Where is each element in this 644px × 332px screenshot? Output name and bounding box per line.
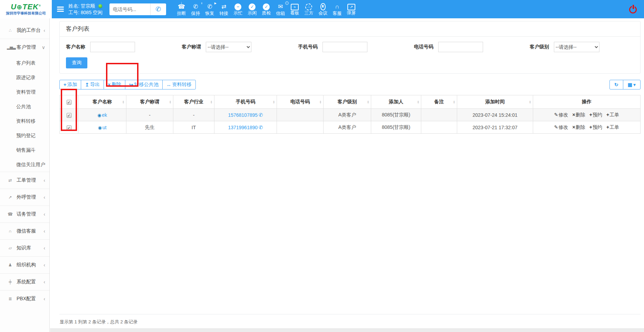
sort-icon[interactable]: ▴▾: [453, 100, 455, 104]
hangup-button[interactable]: ☎↓ 挂断: [174, 3, 189, 16]
customer-name-link[interactable]: ◉ut: [98, 125, 106, 130]
customer-name-label: 客户名称: [66, 44, 85, 50]
edit-icon: ✎: [554, 124, 558, 130]
phone-input[interactable]: [438, 42, 483, 52]
topbar: U⊕TEK® 深圳市宇泰科技有限公司 姓名: 甘宗顺 工号: 8085 空闲 ✆…: [0, 0, 644, 18]
select-all-header[interactable]: ✓: [60, 95, 78, 109]
sort-icon[interactable]: ▴▾: [123, 100, 124, 104]
row-edit-link[interactable]: ✎修改: [554, 112, 568, 117]
refresh-icon: ↻: [614, 82, 618, 87]
qc-button[interactable]: ✓ 质检: [259, 3, 273, 16]
refresh-button[interactable]: ↻: [609, 80, 623, 89]
screen-pop-button[interactable]: ↗ 弹屏: [344, 3, 358, 16]
folder-icon: ▱: [7, 246, 13, 250]
customer-name-input[interactable]: [90, 42, 135, 52]
sidebar-item-reservation[interactable]: 预约登记: [0, 128, 49, 143]
sidebar-item-data-mgmt[interactable]: 资料管理: [0, 85, 49, 99]
row-reserve-link[interactable]: +预约: [589, 112, 602, 117]
row-ticket-link[interactable]: +工单: [606, 112, 619, 117]
col-customer-name[interactable]: 客户名称▴▾: [78, 95, 126, 109]
col-remark[interactable]: 备注▴▾: [421, 95, 457, 109]
add-button[interactable]: +添加: [59, 80, 81, 89]
col-created-time[interactable]: 添加时间▴▾: [457, 95, 533, 109]
col-creator[interactable]: 添加人▴▾: [371, 95, 421, 109]
hold-button[interactable]: ✆‖ 保持: [189, 3, 203, 16]
sidebar-item-workbench[interactable]: ∴ 我的工作台 ‹: [0, 22, 49, 39]
customer-level-select[interactable]: --请选择--: [554, 42, 599, 52]
mobile-call-link[interactable]: 13719961890✆: [228, 125, 263, 130]
sidebar-item-system-config[interactable]: ╪ 系统配置 ‹: [0, 273, 49, 290]
col-salutation[interactable]: 客户称谓▴▾: [126, 95, 173, 109]
call-button[interactable]: ✆: [150, 3, 166, 15]
export-button[interactable]: ↥导出: [81, 80, 104, 89]
row-edit-link[interactable]: ✎修改: [554, 124, 568, 130]
resume-button[interactable]: ✆▶ 恢复: [203, 3, 217, 16]
sidebar-item-customer-list[interactable]: 客户列表: [0, 56, 49, 70]
sort-icon[interactable]: ▴▾: [170, 100, 171, 104]
row-reserve-link[interactable]: +预约: [589, 124, 602, 130]
delete-button[interactable]: ×删除: [104, 80, 125, 89]
mailbox-icon: ✉i: [273, 3, 288, 11]
customer-service-button[interactable]: ∩ 客服: [330, 3, 344, 16]
row-delete-link[interactable]: ×删除: [573, 112, 585, 117]
mailbox-button[interactable]: ✉i 信箱: [273, 3, 288, 16]
data-transfer-button[interactable]: ↔资料转移: [162, 80, 196, 89]
board-button[interactable]: ≈ 看板: [288, 3, 302, 16]
logo: U⊕TEK® 深圳市宇泰科技有限公司: [0, 0, 52, 18]
menu-toggle-icon[interactable]: [57, 6, 64, 13]
sidebar-item-organization[interactable]: ♟ 组织机构 ‹: [0, 256, 49, 273]
sidebar-item-customer-mgmt[interactable]: ▂▅▃ 客户管理 ∨: [0, 39, 49, 56]
board-icon: ≈: [291, 4, 299, 10]
sidebar-item-knowledge-base[interactable]: ▱ 知识库 ‹: [0, 239, 49, 256]
row-ticket-link[interactable]: +工单: [606, 124, 619, 130]
columns-button[interactable]: ▦▾: [623, 80, 641, 89]
sort-icon[interactable]: ▴▾: [367, 100, 369, 104]
transfer-pool-button[interactable]: ↪转移公共池: [125, 80, 163, 89]
sliders-icon: ╪: [7, 279, 13, 284]
sidebar-item-ticket-mgmt[interactable]: ⇄ 工单管理 ‹: [0, 172, 49, 189]
sort-icon[interactable]: ▴▾: [529, 100, 531, 104]
company-name: 深圳市宇泰科技有限公司: [6, 11, 46, 15]
col-level[interactable]: 客户级别▴▾: [324, 95, 371, 109]
created-time-cell: 2023-07-24 15:24:01: [457, 109, 533, 121]
show-idle-button[interactable]: ✓ 示闲: [245, 3, 259, 16]
col-industry[interactable]: 客户行业▴▾: [173, 95, 214, 109]
sitemap-icon: ∴: [7, 28, 13, 33]
transfer-button[interactable]: ⇄ 转接: [217, 3, 231, 16]
sort-icon[interactable]: ▴▾: [211, 100, 212, 104]
plus-icon: +: [589, 112, 592, 117]
meeting-button[interactable]: 会议: [316, 3, 330, 16]
row-checkbox[interactable]: ✓: [67, 113, 71, 118]
page-bottom-strip: [50, 328, 644, 332]
sidebar-item-data-transfer[interactable]: 资料转移: [0, 114, 49, 128]
mobile-input[interactable]: [323, 42, 367, 52]
sort-icon[interactable]: ▴▾: [320, 100, 321, 104]
sort-icon[interactable]: ▴▾: [417, 100, 419, 104]
shuffle-icon: ⇄: [7, 178, 13, 183]
close-icon: ×: [573, 112, 575, 117]
col-phone[interactable]: 电话号码▴▾: [277, 95, 324, 109]
sort-icon[interactable]: ▴▾: [273, 100, 275, 104]
sidebar-item-wechat-service[interactable]: ∩ 微信客服 ‹: [0, 222, 49, 239]
sidebar-item-sales-funnel[interactable]: 销售漏斗: [0, 143, 49, 157]
logout-button[interactable]: [629, 5, 638, 14]
select-all-checkbox[interactable]: ✓: [67, 100, 71, 105]
sidebar-item-outbound-mgmt[interactable]: ↗ 外呼管理 ‹: [0, 189, 49, 206]
close-icon: ×: [108, 82, 110, 87]
sidebar-item-public-pool[interactable]: 公共池: [0, 99, 49, 114]
row-delete-link[interactable]: ×删除: [573, 124, 585, 130]
customer-name-link[interactable]: ◉ek: [97, 112, 107, 118]
three-way-button[interactable]: ∴ 三方: [302, 3, 316, 16]
sidebar-item-followup-records[interactable]: 跟进记录: [0, 70, 49, 85]
row-checkbox[interactable]: ✓: [67, 125, 71, 130]
col-mobile[interactable]: 手机号码▴▾: [214, 95, 277, 109]
sidebar-item-wechat-followers[interactable]: 微信关注用户: [0, 157, 49, 172]
grid-action-buttons: +添加 ↥导出 ×删除 ↪转移公共池 ↔资料转移: [59, 80, 196, 89]
mobile-call-link[interactable]: 15768107895✆: [228, 112, 263, 118]
show-busy-button[interactable]: − 示忙: [231, 3, 245, 16]
sidebar-item-pbx-config[interactable]: ≣ PBX配置 ‹: [0, 290, 49, 307]
search-button[interactable]: 查询: [66, 57, 87, 68]
sidebar-item-call-mgmt[interactable]: ☎ 话务管理 ‹: [0, 206, 49, 222]
phone-number-input[interactable]: [109, 3, 150, 15]
salutation-select[interactable]: --请选择--: [206, 42, 251, 52]
